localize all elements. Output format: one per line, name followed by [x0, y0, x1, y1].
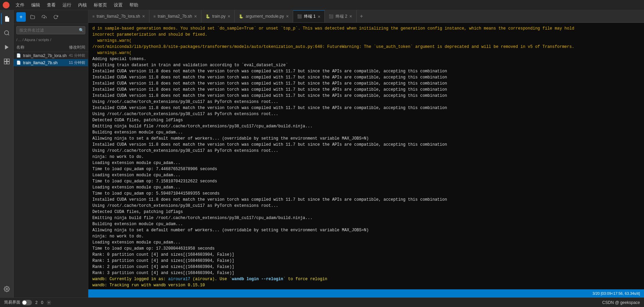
name-col-header: 名称	[16, 44, 24, 50]
file-item-train[interactable]: 📄 train_llama2_7b.sh 11 分钟前	[14, 59, 88, 66]
term-line-37: Time to load cpu_adam op: 17.32000446319…	[92, 246, 640, 252]
term-line-18: Building extension module cpu_adam...	[92, 129, 640, 136]
tab-label-lora: train_llama2_7b_lora.sh	[96, 14, 140, 19]
term-line-10: Installed CUDA version 11.8 does not mat…	[92, 80, 640, 87]
tab-terminal-2[interactable]: ⬛ 终端 2 ×	[325, 10, 356, 22]
term-line-5: warnings.warn(	[92, 50, 640, 56]
tab-close-lora[interactable]: ×	[142, 14, 145, 19]
menu-tabs[interactable]: 标签页	[91, 1, 110, 9]
count-badge-1: 2	[35, 300, 38, 305]
svg-rect-4	[7, 59, 9, 61]
term-line-wandb-1: wandb: Currently logged in as: airoura17…	[92, 276, 640, 282]
term-line-4: /root/miniconda3/lib/python3.8/site-pack…	[92, 44, 640, 50]
search-input[interactable]	[16, 26, 85, 34]
term-line-16: Detected CUDA files, patching ldflags	[92, 117, 640, 123]
activity-extensions-icon[interactable]	[1, 56, 13, 67]
term-line-35: ninja: no work to do.	[92, 233, 640, 239]
term-line-3: warnings.warn(	[92, 38, 640, 44]
term-line-33: Building extension module cpu_adam...	[92, 221, 640, 227]
term-line-31: Detected CUDA files, patching ldflags	[92, 209, 640, 215]
svg-marker-2	[5, 45, 8, 50]
svg-rect-5	[4, 62, 6, 64]
terminal-content[interactable]: d in sample-based generation modes. You …	[88, 23, 644, 289]
file-time-lora: 41 分钟前	[69, 53, 85, 58]
menu-run[interactable]: 运行	[60, 1, 74, 9]
tab-close-terminal-2[interactable]: ×	[349, 14, 352, 19]
term-line-2: incorrect parameterization and should be…	[92, 32, 640, 38]
tab-icon-train-py: 🐍	[205, 14, 210, 19]
term-line-8: Installed CUDA version 11.8 does not mat…	[92, 68, 640, 74]
term-line-17: Emitting ninja build file /root/.cache/t…	[92, 123, 640, 129]
term-line-40: Rank: 2 partition count [4] and sizes[(1…	[92, 264, 640, 270]
tab-close-train-sh[interactable]: ×	[194, 14, 197, 19]
toggle-switch-control[interactable]	[22, 300, 32, 305]
search-box: 🔍	[16, 26, 85, 34]
tab-label-train-py: train.py	[212, 14, 226, 19]
svg-line-1	[8, 34, 9, 35]
activity-settings-icon[interactable]	[1, 283, 13, 295]
sidebar-toolbar: +	[14, 10, 88, 24]
term-line-41: Rank: 3 partition count [4] and sizes[(1…	[92, 270, 640, 276]
breadcrumb: / ... / Aipura / scripts /	[14, 36, 88, 43]
modified-col-header: 修改时间	[69, 44, 85, 50]
menu-view[interactable]: 查看	[44, 1, 58, 9]
menu-kernel[interactable]: 内核	[75, 1, 90, 9]
csdn-branding: CSDN @ geekspace	[602, 300, 640, 305]
status-progress-text: 3/20 [03:09<17:56, 63.34s/it]	[592, 291, 640, 295]
term-line-23: Loading extension module cpu_adam...	[92, 160, 640, 166]
svg-point-7	[6, 288, 7, 290]
tab-train-sh[interactable]: ≡ train_llama2_7b.sh ×	[149, 10, 201, 22]
sidebar: + 🔍 / ... / Aipura / scripts / 名称 修改时间 📄	[14, 10, 88, 297]
tab-close-train-py[interactable]: ×	[228, 14, 230, 19]
term-line-32: Emitting ninja build file /root/.cache/t…	[92, 215, 640, 221]
svg-rect-6	[7, 62, 9, 64]
term-line-26: Time to load cpu_adam op: 7.158107042312…	[92, 178, 640, 184]
bottom-right: CSDN @ geekspace	[602, 300, 640, 305]
tab-label-terminal-1: 终端 1	[304, 14, 316, 19]
menu-help[interactable]: 帮助	[127, 1, 141, 9]
menu-edit[interactable]: 编辑	[29, 1, 43, 9]
file-item-lora[interactable]: 📄 train_llama2_7b_lora.sh 41 分钟前	[14, 52, 88, 59]
term-line-38: Rank: 0 partition count [4] and sizes[(1…	[92, 252, 640, 258]
file-time-train: 11 分钟前	[69, 60, 85, 65]
tab-close-argument-py[interactable]: ×	[286, 14, 289, 19]
tab-add-button[interactable]: +	[357, 10, 366, 22]
refresh-icon-btn[interactable]	[51, 12, 60, 22]
svg-rect-3	[4, 59, 6, 61]
tab-icon-terminal-1: ⬛	[297, 14, 302, 19]
file-name-lora: train_llama2_7b_lora.sh	[23, 53, 67, 58]
tab-label-train-sh: train_llama2_7b.sh	[158, 14, 192, 19]
new-file-button[interactable]: +	[16, 12, 26, 22]
menu-bar: 文件 编辑 查看 运行 内核 标签页 设置 帮助	[0, 0, 644, 10]
settings-icon[interactable]	[47, 300, 51, 305]
tab-train-py[interactable]: 🐍 train.py ×	[201, 10, 235, 22]
svg-point-9	[49, 302, 50, 303]
activity-files-icon[interactable]	[1, 13, 13, 24]
tab-icon-train-sh: ≡	[154, 14, 156, 18]
simple-mode-toggle: 简易界面	[4, 300, 32, 305]
upload-icon-btn[interactable]	[39, 12, 49, 22]
folder-icon-btn[interactable]	[28, 12, 37, 22]
term-line-15: Using /root/.cache/torch_extensions/py38…	[92, 111, 640, 117]
term-line-21: Using /root/.cache/torch_extensions/py38…	[92, 148, 640, 154]
term-line-19: Allowing ninja to set a default number o…	[92, 136, 640, 142]
tab-lora-sh[interactable]: ≡ train_llama2_7b_lora.sh ×	[88, 10, 149, 22]
term-line-25: Loading extension module cpu_adam...	[92, 172, 640, 178]
tab-close-terminal-1[interactable]: ×	[318, 14, 320, 19]
menu-settings[interactable]: 设置	[111, 1, 125, 9]
tab-terminal-1[interactable]: ⬛ 终端 1 ×	[293, 10, 325, 22]
term-line-30: Using /root/.cache/torch_extensions/py38…	[92, 203, 640, 209]
tab-label-terminal-2: 终端 2	[336, 14, 347, 19]
term-line-7: Splitting train dataset in train and val…	[92, 62, 640, 68]
tab-argument-py[interactable]: 🐍 argument_module.py ×	[235, 10, 293, 22]
activity-run-icon[interactable]	[1, 41, 13, 53]
file-icon-train: 📄	[16, 60, 21, 65]
editor-area: ≡ train_llama2_7b_lora.sh × ≡ train_llam…	[88, 10, 644, 297]
search-submit-icon[interactable]: 🔍	[79, 28, 84, 33]
menu-file[interactable]: 文件	[13, 1, 27, 9]
term-line-34: Allowing ninja to set a default number o…	[92, 227, 640, 233]
file-icon-lora: 📄	[16, 53, 21, 58]
term-line-29: Installed CUDA version 11.8 does not mat…	[92, 197, 640, 203]
activity-search-icon[interactable]	[1, 27, 13, 39]
simple-mode-label: 简易界面	[4, 300, 20, 305]
